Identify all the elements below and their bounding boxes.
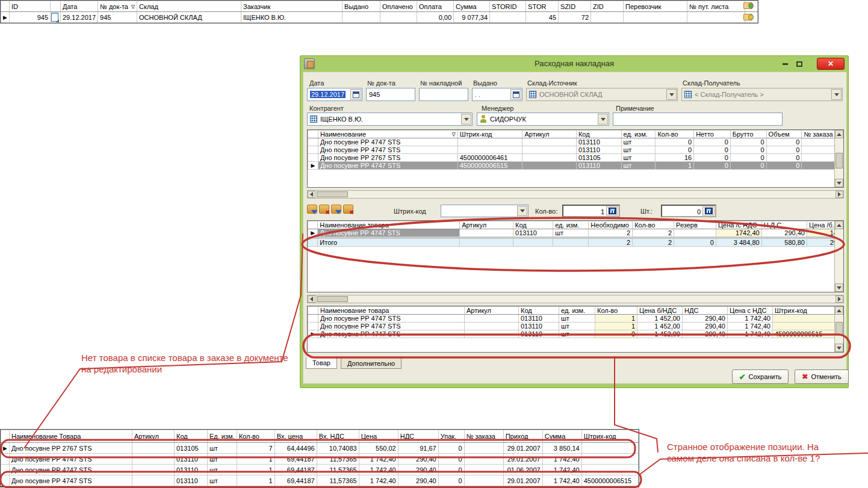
remove-all-icon[interactable]: ✖ — [343, 205, 353, 214]
orders-grid[interactable]: Наименование∇Штрих-кодАртикулКодед. изм.… — [307, 129, 844, 188]
column-header[interactable]: Кол-во — [237, 430, 274, 443]
close-button[interactable]: ✕ — [817, 58, 845, 70]
grid-cell[interactable] — [132, 443, 175, 454]
grid-cell[interactable]: 1 452,00 — [637, 315, 683, 323]
grid-cell[interactable]: 290,40 — [761, 229, 807, 237]
grid-cell[interactable]: 11,57365 — [317, 465, 359, 475]
grid-cell[interactable]: 0 — [694, 138, 731, 146]
stock-batches-table[interactable]: Наименование ТовараАртикулКодЕд. изм.Кол… — [1, 430, 639, 486]
add-all-icon[interactable] — [331, 205, 341, 214]
grid-cell[interactable] — [457, 146, 522, 154]
grid-cell[interactable]: 550,02 — [359, 443, 398, 454]
column-header[interactable]: Код — [519, 307, 559, 315]
grid-cell[interactable]: 013110 — [513, 229, 553, 237]
grid-cell[interactable]: 0 — [595, 330, 637, 338]
date-field[interactable]: 29.12.2017 — [307, 88, 362, 101]
remove-item-icon[interactable]: ✖ — [319, 205, 329, 214]
tab-tovar[interactable]: Товар — [306, 356, 337, 369]
grid-cell[interactable]: шт — [208, 454, 237, 465]
grid-cell[interactable] — [343, 12, 380, 23]
scroll-thumb[interactable] — [317, 296, 348, 302]
manager-combo[interactable]: СИДОРЧУК — [477, 113, 609, 126]
grid-cell[interactable]: 3 850,14 — [542, 443, 581, 454]
grid-cell[interactable]: 69,44187 — [274, 454, 317, 465]
column-header[interactable]: Перевозчик — [624, 1, 687, 12]
grid-cell[interactable]: 013110 — [519, 330, 559, 338]
grid-cell[interactable]: Дно посувне РР 2767 STS — [10, 443, 132, 454]
pieces-calculator-button[interactable] — [702, 206, 715, 215]
column-header[interactable]: ед. изм. — [621, 131, 656, 138]
grid-cell[interactable]: шт — [621, 154, 656, 162]
grid-cell[interactable]: 69,44187 — [274, 465, 317, 475]
grid-cell[interactable]: 0 — [438, 454, 464, 465]
grid-cell[interactable]: 2 — [589, 239, 633, 247]
scroll-down-button[interactable] — [835, 344, 843, 352]
grid-cell[interactable]: шт — [208, 475, 237, 486]
column-header[interactable]: ZID — [591, 1, 624, 12]
warehouse-source-dropdown-button[interactable] — [666, 89, 677, 100]
column-header[interactable]: Кол-во — [656, 131, 694, 138]
grid-cell[interactable]: шт — [621, 162, 656, 170]
items-grid[interactable]: Наименование товараАртикулКодед. изм.Нео… — [307, 220, 844, 292]
grid-cell[interactable]: 1 — [237, 475, 274, 486]
grid-cell[interactable]: 0 — [656, 146, 694, 154]
grid-cell[interactable]: 45 — [526, 12, 559, 23]
grid-cell[interactable]: Дно посувне РР 4747 STS — [10, 465, 132, 475]
grid-row[interactable]: Дно посувне РР 4747 STS013110шт11 452,00… — [308, 323, 836, 330]
grid-cell[interactable]: 4500000006461 — [457, 154, 522, 162]
grid-cell[interactable]: 4500000006515 — [581, 475, 638, 486]
column-header[interactable]: НДС — [683, 307, 728, 315]
grid-cell[interactable]: 11,57365 — [317, 454, 359, 465]
cancel-button[interactable]: ✖ Отменить — [795, 369, 849, 384]
grid-cell[interactable]: 0 — [438, 475, 464, 486]
grid-cell[interactable]: 580,80 — [761, 239, 807, 247]
grid-cell[interactable]: 0 — [438, 443, 464, 454]
tab-dopolnitelno[interactable]: Дополнительно — [341, 357, 401, 369]
grid-cell[interactable] — [687, 12, 745, 23]
grid-row[interactable]: Дно посувне РР 4747 STS013110шт0000 — [308, 138, 843, 146]
maximize-button[interactable] — [794, 60, 805, 69]
stock-batches-grid[interactable]: Наименование ТовараАртикулКодЕд. изм.Кол… — [0, 429, 639, 487]
grid-cell[interactable]: 10,74083 — [317, 443, 359, 454]
grid-cell[interactable]: 0 — [674, 239, 716, 247]
column-header[interactable]: ед. изм. — [559, 307, 595, 315]
issued-picker-button[interactable] — [510, 89, 521, 100]
column-header[interactable]: Резерв — [674, 221, 716, 229]
grid-cell[interactable]: 0 — [694, 146, 731, 154]
items-horizontal-scrollbar[interactable] — [307, 295, 844, 303]
scroll-up-button[interactable] — [835, 130, 843, 138]
column-header[interactable]: Штрих-код — [773, 307, 836, 315]
grid-cell[interactable]: 0 — [730, 138, 766, 146]
issued-field[interactable]: . . — [472, 88, 522, 101]
grid-cell[interactable] — [132, 475, 175, 486]
grid-cell[interactable] — [132, 465, 175, 475]
scroll-right-button[interactable] — [835, 295, 843, 303]
grid-cell[interactable]: 29.01.2007 — [503, 443, 542, 454]
grid-cell[interactable]: 91,67 — [398, 443, 438, 454]
grid-cell[interactable]: шт — [559, 315, 595, 323]
folder-yellow-icon[interactable] — [743, 14, 752, 20]
scroll-thumb[interactable] — [317, 191, 348, 197]
grid-cell[interactable] — [465, 323, 519, 330]
grid-cell[interactable] — [802, 162, 835, 170]
column-header[interactable]: Штрих-код — [457, 131, 522, 138]
column-header[interactable]: Сумма — [454, 1, 490, 12]
grid-total-row[interactable]: Итого2203 484,80580,80290 — [308, 239, 843, 247]
grid-cell[interactable] — [490, 12, 526, 23]
grid-cell[interactable]: 29.01.2007 — [503, 475, 542, 486]
writeoff-vertical-scrollbar[interactable] — [834, 306, 843, 352]
grid-cell[interactable]: 0 — [730, 154, 766, 162]
grid-cell[interactable] — [802, 146, 835, 154]
grid-cell[interactable]: 2 — [589, 229, 633, 237]
column-header[interactable]: Наименование товара — [318, 221, 460, 229]
column-header[interactable]: Код — [576, 131, 621, 138]
grid-cell[interactable]: 1 — [237, 465, 274, 475]
grid-cell[interactable] — [522, 138, 576, 146]
grid-cell[interactable]: 0 — [694, 162, 731, 170]
grid-cell[interactable]: 013110 — [175, 454, 208, 465]
orders-table[interactable]: Наименование∇Штрих-кодАртикулКодед. изм.… — [308, 130, 843, 170]
grid-cell[interactable]: 290,40 — [683, 330, 728, 338]
column-header[interactable]: STOR — [526, 1, 559, 12]
items-table[interactable]: Наименование товараАртикулКодед. изм.Нео… — [308, 221, 843, 247]
grid-cell[interactable]: 945 — [10, 12, 51, 23]
